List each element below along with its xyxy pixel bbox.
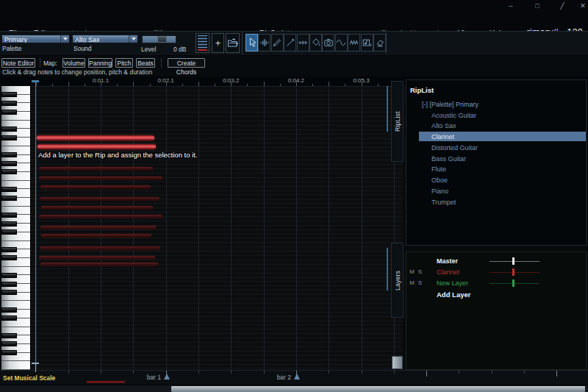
note[interactable]: [39, 177, 162, 180]
stretch-tool-button[interactable]: [297, 34, 309, 51]
piano-black-key[interactable]: [1, 169, 17, 174]
close-button[interactable]: ✕: [578, 1, 588, 11]
piano-black-key[interactable]: [1, 126, 17, 132]
maximize-button[interactable]: □: [532, 1, 542, 11]
piano-keyboard[interactable]: [1, 86, 31, 370]
piano-black-key[interactable]: [1, 273, 17, 278]
piano-black-key[interactable]: [1, 92, 17, 97]
vertical-scroll-indicator[interactable]: [387, 248, 388, 291]
piano-black-key[interactable]: [1, 152, 17, 157]
mute-button[interactable]: M: [409, 279, 415, 286]
layer-slider-track[interactable]: [490, 261, 539, 263]
note[interactable]: [40, 185, 151, 189]
create-chords-button[interactable]: Create Chords: [168, 58, 205, 68]
layer-name-new-layer[interactable]: New Layer: [437, 279, 468, 287]
fill-tool-button[interactable]: [309, 34, 322, 51]
bar-marker-triangle[interactable]: [294, 374, 300, 379]
note[interactable]: [39, 256, 155, 260]
note[interactable]: [39, 167, 153, 171]
note[interactable]: [40, 226, 157, 229]
camera-tool-button[interactable]: [322, 34, 334, 51]
add-layer-button[interactable]: Add Layer: [437, 291, 470, 299]
resize-button[interactable]: ╱: [557, 1, 567, 11]
bar-marker-triangle[interactable]: [164, 374, 170, 379]
layer-slider-handle[interactable]: [512, 268, 514, 276]
horizontal-scrollbar[interactable]: [0, 385, 588, 392]
minimize-button[interactable]: –: [506, 1, 516, 11]
piano-black-key[interactable]: [1, 135, 17, 140]
piano-black-key[interactable]: [1, 196, 17, 201]
solo-button[interactable]: S: [417, 279, 423, 286]
chevron-down-icon[interactable]: [60, 35, 69, 43]
piano-white-key[interactable]: [1, 361, 31, 370]
pencil-tool-button[interactable]: [271, 34, 284, 51]
note[interactable]: [41, 206, 153, 210]
mute-button[interactable]: M: [409, 268, 415, 275]
sine-wave-tool-button[interactable]: [335, 34, 348, 51]
vibrato-wave-tool-button[interactable]: [348, 34, 360, 51]
note-selected[interactable]: [37, 135, 154, 140]
scrollbar-thumb[interactable]: [392, 356, 403, 369]
piano-black-key[interactable]: [1, 316, 17, 321]
layer-slider-track[interactable]: [490, 283, 539, 285]
eraser-tool-button[interactable]: [373, 34, 386, 51]
map-panning-button[interactable]: Panning: [88, 58, 112, 68]
layer-slider-track[interactable]: [490, 272, 539, 274]
note[interactable]: [39, 215, 162, 218]
piano-black-key[interactable]: [1, 213, 17, 218]
layer-slider-handle[interactable]: [512, 257, 514, 265]
riplist-item-bass-guitar[interactable]: Bass Guitar: [431, 155, 466, 163]
note[interactable]: [40, 246, 160, 250]
overview-playhead-line[interactable]: [35, 363, 37, 372]
note[interactable]: [41, 234, 151, 238]
tab-riplist[interactable]: RipList: [391, 81, 404, 162]
riplist-item-oboe[interactable]: Oboe: [431, 177, 448, 184]
piano-black-key[interactable]: [1, 247, 17, 252]
layer-name-clarinet[interactable]: Clarinet: [437, 268, 459, 276]
solo-button[interactable]: S: [417, 268, 423, 275]
line-tool-button[interactable]: [284, 34, 296, 51]
riplist-root-node[interactable]: [-] [Palette] Primary: [422, 101, 478, 108]
horizontal-scrollbar-thumb[interactable]: [171, 386, 585, 392]
audio-wave-tool-button[interactable]: [258, 34, 270, 51]
piano-black-key[interactable]: [1, 350, 17, 355]
riplist-item-flute[interactable]: Flute: [431, 165, 446, 173]
note[interactable]: [40, 263, 158, 266]
stamp-tool-button[interactable]: [361, 34, 373, 51]
tab-layers[interactable]: Layers: [391, 243, 404, 318]
note-selected[interactable]: [37, 144, 156, 149]
note-editor-button[interactable]: Note Editor: [1, 58, 35, 68]
piano-black-key[interactable]: [1, 110, 17, 115]
layer-slider-handle[interactable]: [512, 279, 514, 287]
piano-black-key[interactable]: [1, 229, 17, 235]
playhead-line[interactable]: [35, 81, 37, 370]
piano-black-key[interactable]: [1, 333, 17, 338]
layer-name-master[interactable]: Master: [437, 257, 458, 265]
rip-palette-button[interactable]: [196, 33, 209, 53]
level-slider[interactable]: [142, 35, 176, 43]
riplist-item-distorted-guitar[interactable]: Distorted Guitar: [431, 144, 478, 152]
riplist-item-trumpet[interactable]: Trumpet: [431, 199, 456, 206]
riplist-item-alto-sax[interactable]: Alto Sax: [431, 122, 456, 129]
map-beats-button[interactable]: Beats: [136, 58, 155, 68]
overview-strip[interactable]: Set Musical Scale bar 1bar 2: [0, 370, 588, 384]
sound-select[interactable]: Alto Sax: [72, 35, 138, 43]
vertical-scroll-indicator[interactable]: [387, 86, 388, 132]
map-pitch-button[interactable]: Pitch: [115, 58, 133, 68]
piano-black-key[interactable]: [1, 307, 17, 313]
select-tool-button[interactable]: [245, 34, 258, 51]
piano-black-key[interactable]: [1, 187, 17, 192]
piano-black-key[interactable]: [1, 341, 17, 346]
piano-black-key[interactable]: [1, 255, 17, 260]
piano-black-key[interactable]: [1, 161, 17, 166]
piano-black-key[interactable]: [1, 282, 17, 287]
note[interactable]: [40, 197, 159, 201]
set-musical-scale-button[interactable]: Set Musical Scale: [3, 374, 55, 382]
add-rip-button[interactable]: +: [212, 33, 224, 53]
piano-black-key[interactable]: [1, 290, 17, 295]
riplist-item-clarinet[interactable]: Clarinet: [431, 133, 454, 140]
riplist-item-acoustic-guitar[interactable]: Acoustic Guitar: [431, 112, 476, 119]
piano-black-key[interactable]: [1, 101, 17, 106]
piano-black-key[interactable]: [1, 221, 17, 227]
palette-select[interactable]: Primary: [1, 35, 70, 43]
